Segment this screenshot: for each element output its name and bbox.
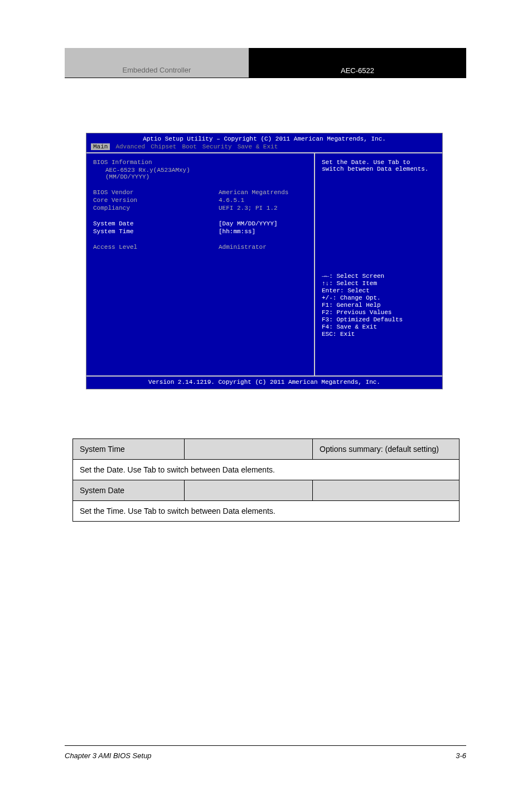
bios-help-key: Enter: Select bbox=[322, 287, 436, 294]
table-row-time-desc: Set the Time. Use Tab to switch between … bbox=[73, 501, 460, 522]
bios-menu-security: Security bbox=[202, 143, 232, 150]
bios-row-systemdate-value: [Day MM/DD/YYYY] bbox=[219, 220, 278, 227]
bios-menu-chipset: Chipset bbox=[151, 143, 176, 150]
page-header: Embedded Controller AEC-6522 bbox=[65, 48, 466, 78]
bios-help-key: ↑↓: Select Item bbox=[322, 280, 436, 287]
bios-row-compliancy-label: Compliancy bbox=[93, 205, 219, 211]
table-cell-systemtime: System Time bbox=[73, 439, 185, 460]
table-cell-empty bbox=[313, 480, 460, 501]
bios-row-biosvendor-value: American Megatrends bbox=[219, 189, 288, 196]
bios-help-key: F4: Save & Exit bbox=[322, 324, 436, 330]
bios-help-top1: Set the Date. Use Tab to bbox=[322, 159, 436, 166]
table-cell-systemdate: System Date bbox=[73, 480, 185, 501]
bios-help-key: ESC: Exit bbox=[322, 331, 436, 338]
bios-row-systemtime-value: [hh:mm:ss] bbox=[219, 228, 255, 235]
options-table: System Time Options summary: (default se… bbox=[72, 438, 460, 522]
bios-help-key: +/-: Change Opt. bbox=[322, 295, 436, 301]
bios-help-key: →←: Select Screen bbox=[322, 273, 436, 279]
bios-menu-boot: Boot bbox=[182, 143, 196, 150]
bios-row-coreversion-label: Core Version bbox=[93, 197, 219, 204]
table-cell-empty bbox=[185, 439, 313, 460]
bios-body: BIOS Information AEC-6523 Rx.y(A523AMxy)… bbox=[86, 153, 442, 375]
bios-left-panel: BIOS Information AEC-6523 Rx.y(A523AMxy)… bbox=[86, 153, 315, 375]
bios-row-access-label: Access Level bbox=[93, 244, 219, 250]
bios-info-sub: AEC-6523 Rx.y(A523AMxy) (MM/DD/YYYY) bbox=[93, 167, 219, 180]
bios-row-biosvendor-label: BIOS Vendor bbox=[93, 189, 219, 196]
bios-help-key: F3: Optimized Defaults bbox=[322, 316, 436, 323]
footer-left: Chapter 3 AMI BIOS Setup bbox=[65, 751, 152, 760]
page-footer: Chapter 3 AMI BIOS Setup 3-6 bbox=[65, 745, 466, 760]
bios-row-compliancy-value: UEFI 2.3; PI 1.2 bbox=[219, 205, 278, 211]
table-row-date-desc: Set the Date. Use Tab to switch between … bbox=[73, 460, 460, 480]
bios-footer: Version 2.14.1219. Copyright (C) 2011 Am… bbox=[86, 375, 442, 388]
bios-screenshot: Aptio Setup Utility – Copyright (C) 2011… bbox=[86, 133, 443, 389]
bios-menu-advanced: Advanced bbox=[115, 143, 145, 150]
bios-help-keys: →←: Select Screen ↑↓: Select Item Enter:… bbox=[322, 273, 436, 338]
bios-title: Aptio Setup Utility – Copyright (C) 2011… bbox=[86, 133, 442, 143]
header-left-label: Embedded Controller bbox=[65, 48, 249, 78]
bios-help-key: F2: Previous Values bbox=[322, 309, 436, 316]
bios-right-panel: Set the Date. Use Tab to switch between … bbox=[315, 153, 442, 375]
bios-row-access-value: Administrator bbox=[219, 244, 267, 250]
table-cell-summary: Options summary: (default setting) bbox=[313, 439, 460, 460]
header-right-label: AEC-6522 bbox=[249, 48, 466, 78]
bios-info-section: BIOS Information bbox=[93, 159, 219, 166]
bios-menu-saveexit: Save & Exit bbox=[238, 143, 278, 150]
bios-help-top2: switch between Data elements. bbox=[322, 166, 436, 172]
bios-row-systemdate-label: System Date bbox=[93, 220, 219, 227]
bios-menu: Main Advanced Chipset Boot Security Save… bbox=[86, 143, 442, 153]
bios-row-coreversion-value: 4.6.5.1 bbox=[219, 197, 244, 204]
bios-help-key: F1: General Help bbox=[322, 302, 436, 309]
footer-right: 3-6 bbox=[456, 751, 466, 760]
bios-row-systemtime-label: System Time bbox=[93, 228, 219, 235]
table-cell-empty bbox=[185, 480, 313, 501]
bios-menu-main: Main bbox=[91, 143, 110, 150]
